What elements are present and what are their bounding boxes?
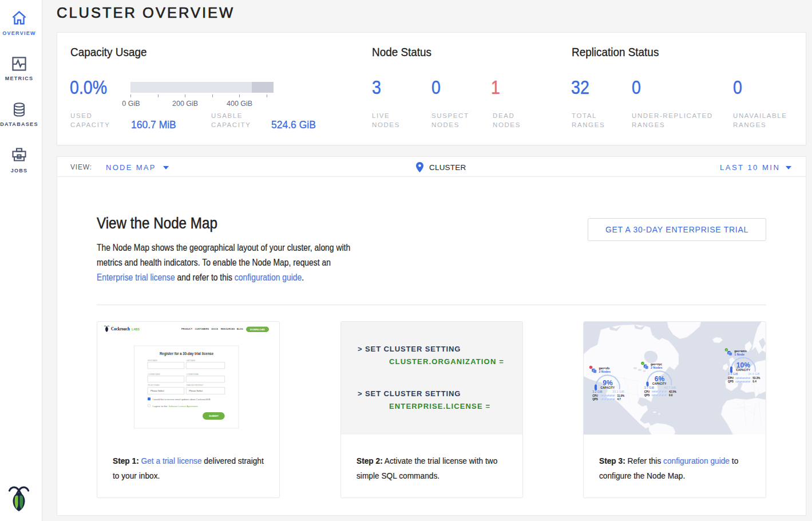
svg-text:CAPACITY: CAPACITY: [736, 369, 750, 372]
svg-text:CPU: CPU: [728, 377, 734, 380]
svg-text:QPS: QPS: [644, 394, 650, 397]
svg-text:FIRST NAME: FIRST NAME: [148, 360, 157, 362]
svg-text:PROJECT PHASE: PROJECT PHASE: [148, 384, 160, 386]
svg-text:Please Select: Please Select: [189, 389, 203, 392]
svg-text:I would like to receive email: I would like to receive email updates ab…: [153, 398, 211, 401]
svg-text:Software License Agreement.: Software License Agreement.: [169, 405, 199, 408]
svg-text:1 Node: 1 Node: [734, 353, 744, 356]
svg-text:Cockroach: Cockroach: [111, 326, 130, 331]
svg-text:4.7: 4.7: [617, 398, 621, 401]
svg-text:0.4: 0.4: [752, 380, 756, 383]
svg-text:REASON FOR INTEREST: REASON FOR INTEREST: [187, 384, 204, 386]
svg-text:Register for a 30-day trial li: Register for a 30-day trial license: [160, 351, 213, 356]
svg-text:43.7 GiB: 43.7 GiB: [664, 386, 676, 389]
svg-text:42.5%: 42.5%: [669, 390, 676, 393]
svg-text:9%: 9%: [603, 379, 613, 387]
svg-text:I agree to the: I agree to the: [153, 405, 168, 408]
svg-text:2 Nodes: 2 Nodes: [651, 366, 663, 369]
svg-text:CUSTOMERS: CUSTOMERS: [195, 327, 209, 330]
svg-text:10%: 10%: [736, 361, 750, 369]
svg-text:Please Select: Please Select: [150, 389, 165, 392]
svg-text:COMPANY EMAIL: COMPANY EMAIL: [187, 373, 199, 376]
svg-text:DOWNLOAD: DOWNLOAD: [250, 328, 265, 331]
svg-text:11.0%: 11.0%: [617, 394, 624, 397]
svg-text:3.6 GiB: 3.6 GiB: [728, 372, 738, 376]
svg-text:35.1 GiB: 35.1 GiB: [612, 390, 624, 393]
svg-text:0.0: 0.0: [669, 394, 673, 397]
svg-text:LABS: LABS: [132, 327, 140, 331]
svg-text:BLOG: BLOG: [237, 327, 244, 330]
svg-text:2 Nodes: 2 Nodes: [599, 370, 611, 373]
svg-text:RESOURCES: RESOURCES: [221, 327, 235, 330]
svg-text:PRODUCT: PRODUCT: [181, 327, 192, 330]
svg-text:CPU: CPU: [592, 394, 598, 397]
svg-text:QPS: QPS: [592, 398, 598, 401]
svg-text:3.2 GiB: 3.2 GiB: [592, 390, 603, 393]
svg-text:DOCS: DOCS: [212, 327, 219, 330]
svg-text:QPS: QPS: [728, 380, 734, 383]
svg-text:LAST NAME: LAST NAME: [187, 360, 196, 362]
svg-text:3.7 GiB: 3.7 GiB: [644, 386, 655, 389]
svg-text:CPU: CPU: [644, 390, 650, 393]
svg-text:COMPANY NAME: COMPANY NAME: [148, 373, 160, 376]
svg-text:34.4 GiB: 34.4 GiB: [748, 372, 760, 376]
svg-text:CAPACITY: CAPACITY: [652, 382, 667, 385]
svg-text:SUBMIT: SUBMIT: [209, 415, 219, 417]
svg-text:6%: 6%: [655, 375, 665, 383]
svg-text:53.3%: 53.3%: [752, 377, 760, 380]
svg-text:CAPACITY: CAPACITY: [601, 386, 615, 389]
